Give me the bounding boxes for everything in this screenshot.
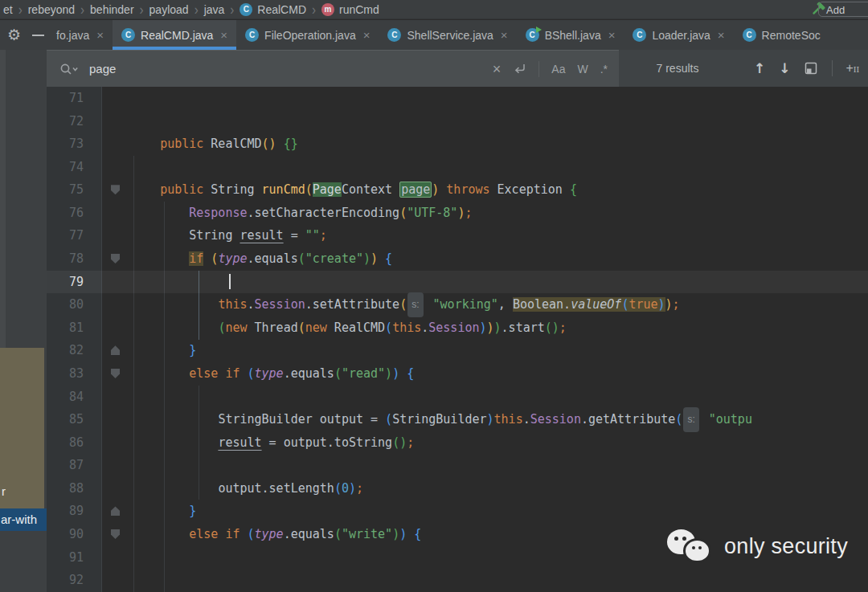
line-number[interactable]: 84 [47, 386, 84, 409]
line-number[interactable]: 72 [47, 110, 84, 133]
close-tab-icon[interactable]: × [96, 28, 104, 42]
code-token: type [218, 251, 247, 266]
match-case-toggle[interactable]: Aa [551, 63, 565, 76]
regex-toggle[interactable]: .* [600, 63, 608, 76]
search-icon[interactable] [59, 62, 79, 76]
code-line[interactable]: 89 } [47, 500, 868, 523]
code-line[interactable]: 88 output.setLength(0); [47, 477, 868, 500]
line-number[interactable]: 78 [47, 247, 84, 271]
breadcrumb-item-runCmd[interactable]: mrunCmd [321, 3, 379, 16]
code-line[interactable]: 82 } [47, 339, 868, 362]
fold-expanded-icon[interactable] [111, 254, 120, 263]
code-token: ) [385, 366, 392, 381]
code-line[interactable]: 73 public RealCMD() {} [47, 133, 868, 156]
code-token: "create" [305, 251, 363, 266]
line-number[interactable]: 89 [47, 500, 84, 523]
code-line[interactable]: 76 Response.setCharacterEncoding("UTF-8"… [47, 202, 868, 225]
settings-gear-icon[interactable]: ⚙ [7, 27, 21, 43]
code-line[interactable]: 87 [47, 454, 868, 477]
line-number[interactable]: 73 [47, 133, 84, 156]
line-number[interactable]: 92 [47, 569, 84, 592]
previous-occurrence-icon[interactable]: ↑ [754, 60, 765, 76]
code-line[interactable]: 78 if (type.equals("create")) { [47, 247, 868, 271]
line-number[interactable]: 76 [47, 202, 84, 225]
code-token: ) [480, 320, 487, 335]
line-number[interactable]: 81 [47, 316, 84, 340]
line-number[interactable]: 90 [47, 523, 84, 546]
close-tab-icon[interactable]: × [220, 28, 227, 42]
tree-item-selected[interactable]: ar-with [0, 508, 47, 531]
close-tab-icon[interactable]: × [718, 28, 725, 42]
close-tab-icon[interactable]: × [608, 28, 616, 42]
code-token [240, 527, 247, 541]
code-text: Response.setCharacterEncoding("UTF-8"); [131, 202, 472, 225]
code-token: ; [407, 435, 414, 450]
tab-fo.java[interactable]: fo.java× [54, 20, 113, 50]
code-token: = output.toString [262, 435, 393, 450]
code-line[interactable]: 83 else if (type.equals("read")) { [47, 362, 868, 386]
tree-item[interactable]: r [2, 484, 6, 498]
chevron-right-icon: › [18, 1, 23, 18]
breadcrumb-item-behinder[interactable]: behinder [90, 3, 134, 16]
line-number[interactable]: 74 [47, 156, 84, 179]
line-number[interactable]: 85 [47, 408, 84, 431]
tab-RemoteSoc[interactable]: CRemoteSoc [734, 20, 829, 50]
fold-collapse-icon[interactable] [111, 506, 120, 516]
code-line[interactable]: 71 [47, 87, 868, 110]
tab-BShell.java[interactable]: CBShell.java× [517, 20, 624, 50]
code-line[interactable]: 84 [47, 386, 868, 409]
class-icon: C [633, 28, 646, 42]
open-in-find-window-icon[interactable] [805, 62, 818, 76]
code-line[interactable]: 77 String result = ""; [47, 224, 868, 247]
tab-FileOperation.java[interactable]: CFileOperation.java× [236, 20, 379, 50]
code-line[interactable]: 81 (new Thread(new RealCMD(this.Session)… [47, 316, 868, 340]
breadcrumb-item-et[interactable]: et [3, 3, 13, 16]
tab-Loader.java[interactable]: CLoader.java× [624, 20, 733, 50]
fold-expanded-icon[interactable] [111, 369, 120, 378]
breadcrumb-item-java[interactable]: java [204, 3, 225, 16]
tab-ShellService.java[interactable]: CShellService.java× [379, 20, 516, 50]
breadcrumb-item-RealCMD[interactable]: CRealCMD [240, 3, 306, 16]
add-configuration-button[interactable]: Add [818, 2, 868, 17]
code-line[interactable]: 79 [47, 271, 868, 294]
line-number[interactable]: 87 [47, 454, 84, 477]
line-number[interactable]: 83 [47, 362, 84, 386]
code-line[interactable]: 80 this.Session.setAttribute(s: "working… [47, 293, 868, 316]
line-number[interactable]: 88 [47, 477, 84, 500]
next-occurrence-icon[interactable]: ↓ [779, 60, 790, 76]
code-token: "working" [433, 297, 498, 312]
search-query[interactable]: page [89, 62, 116, 76]
code-line[interactable]: 75 public String runCmd(PageContext page… [47, 178, 868, 202]
breadcrumb-item-payload[interactable]: payload [149, 3, 189, 16]
class-icon: C [245, 28, 259, 42]
code-line[interactable]: 92 [47, 569, 868, 592]
code-line[interactable]: 86 result = output.toString(); [47, 431, 868, 455]
line-number[interactable]: 77 [47, 224, 84, 247]
line-number[interactable]: 82 [47, 339, 84, 362]
words-toggle[interactable]: W [577, 63, 588, 76]
close-tab-icon[interactable]: × [363, 28, 371, 42]
fold-expanded-icon[interactable] [111, 185, 120, 194]
add-occurrence-icon[interactable]: +ΙΙ [846, 61, 860, 76]
code-editor[interactable]: 717273 public RealCMD() {}7475 public St… [47, 87, 868, 592]
code-line[interactable]: 85 StringBuilder output = (StringBuilder… [47, 408, 868, 431]
breadcrumb-item-rebeyond[interactable]: rebeyond [28, 3, 75, 16]
code-line[interactable]: 72 [47, 110, 868, 133]
tab-RealCMD.java[interactable]: CRealCMD.java× [113, 20, 236, 50]
code-token: () [545, 320, 559, 335]
line-number[interactable]: 75 [47, 178, 84, 202]
code-line[interactable]: 74 [47, 156, 868, 179]
hide-tabs-icon[interactable] [32, 35, 44, 36]
code-token: Session [530, 412, 581, 427]
line-number[interactable]: 91 [47, 546, 84, 570]
line-number[interactable]: 79 [47, 271, 84, 294]
close-tab-icon[interactable]: × [501, 28, 508, 42]
line-number[interactable]: 80 [47, 293, 84, 316]
newline-icon[interactable] [513, 63, 526, 76]
fold-expanded-icon[interactable] [111, 529, 120, 539]
line-number[interactable]: 71 [47, 87, 84, 110]
search-field[interactable]: page × Aa W .* [47, 50, 619, 87]
fold-collapse-icon[interactable] [111, 345, 120, 355]
clear-search-icon[interactable]: × [493, 62, 502, 76]
line-number[interactable]: 86 [47, 431, 84, 455]
